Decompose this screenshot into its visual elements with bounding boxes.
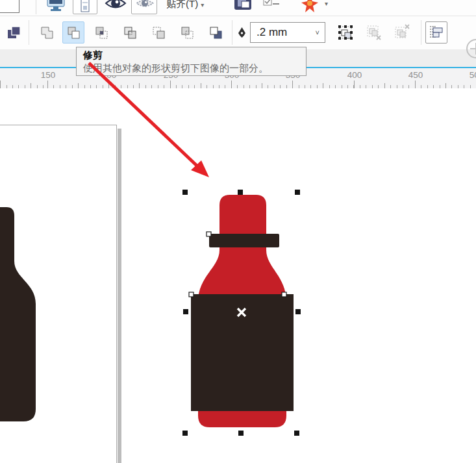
clipped-circle-icon[interactable] xyxy=(465,38,476,60)
group-objects-icon xyxy=(336,23,355,42)
drawing-canvas[interactable] xyxy=(0,88,476,463)
standard-toolbar: 贴齐(T) ▾ ▾ xyxy=(0,0,476,16)
boundary-icon xyxy=(208,25,223,40)
ungroup-icon xyxy=(364,23,383,42)
dropdown-chevron-icon: ▾ xyxy=(201,1,204,8)
toolbar-separator xyxy=(36,0,36,14)
page-shadow xyxy=(118,129,121,463)
app-window: 贴齐(T) ▾ ▾ xyxy=(0,0,476,463)
toolbar-separator xyxy=(29,20,29,45)
trim-tooltip: 修剪 使用其他对象的形状剪切下图像的一部分。 xyxy=(76,47,307,76)
launch-icon[interactable] xyxy=(300,0,319,14)
simplify-button[interactable] xyxy=(119,21,141,44)
ruler-label: 500 xyxy=(470,70,476,80)
window-icon[interactable] xyxy=(232,0,253,13)
outline-width-combobox[interactable]: .2 mm ˅ xyxy=(250,22,325,43)
chevron-down-icon: ˅ xyxy=(316,29,325,36)
ungroup-all-button[interactable] xyxy=(390,21,412,44)
options-icon[interactable] xyxy=(262,0,281,13)
wrap-text-icon xyxy=(428,24,445,41)
tooltip-title: 修剪 xyxy=(83,49,306,62)
trim-icon xyxy=(66,25,81,40)
toolbar-separator xyxy=(421,20,421,45)
snap-dropdown-label: 贴齐(T) xyxy=(166,0,198,9)
dropdown-chevron-icon[interactable]: ▾ xyxy=(325,0,328,7)
zoom-level-box[interactable] xyxy=(0,0,19,13)
back-minus-front-icon xyxy=(180,25,194,40)
property-bar: .2 mm ˅ xyxy=(0,16,476,49)
simplify-icon xyxy=(123,25,137,40)
ruler-label: 450 xyxy=(408,70,423,80)
toolbar-separator xyxy=(232,20,232,45)
front-minus-back-icon xyxy=(151,25,166,40)
snap-dropdown[interactable]: 贴齐(T) ▾ xyxy=(166,0,204,10)
front-minus-back-button[interactable] xyxy=(147,21,169,44)
combine-button[interactable] xyxy=(3,21,25,44)
weld-button[interactable] xyxy=(36,21,58,44)
intersect-icon xyxy=(94,25,108,40)
page-preview-icon xyxy=(81,0,90,13)
eye-icon[interactable] xyxy=(104,0,127,12)
intersect-button[interactable] xyxy=(90,21,112,44)
outline-pen-icon xyxy=(238,27,246,38)
preview-eye-icon xyxy=(135,0,155,12)
weld-icon xyxy=(40,25,54,40)
group-objects-button[interactable] xyxy=(334,21,357,44)
tooltip-description: 使用其他对象的形状剪切下图像的一部分。 xyxy=(83,62,306,75)
boundary-button[interactable] xyxy=(205,21,227,44)
ruler-label: 150 xyxy=(41,70,56,80)
wrap-text-button[interactable] xyxy=(425,21,447,44)
trim-button[interactable] xyxy=(62,21,84,44)
monitor-icon[interactable] xyxy=(45,0,66,13)
ungroup-button[interactable] xyxy=(362,21,384,44)
ruler-label: 400 xyxy=(347,70,362,80)
document-page[interactable] xyxy=(0,125,117,463)
outline-width-value: .2 mm xyxy=(251,26,316,39)
combine-icon xyxy=(6,25,21,40)
back-minus-front-button[interactable] xyxy=(176,21,198,44)
ungroup-all-icon xyxy=(392,23,411,42)
ruler-ticks-major xyxy=(0,81,476,88)
